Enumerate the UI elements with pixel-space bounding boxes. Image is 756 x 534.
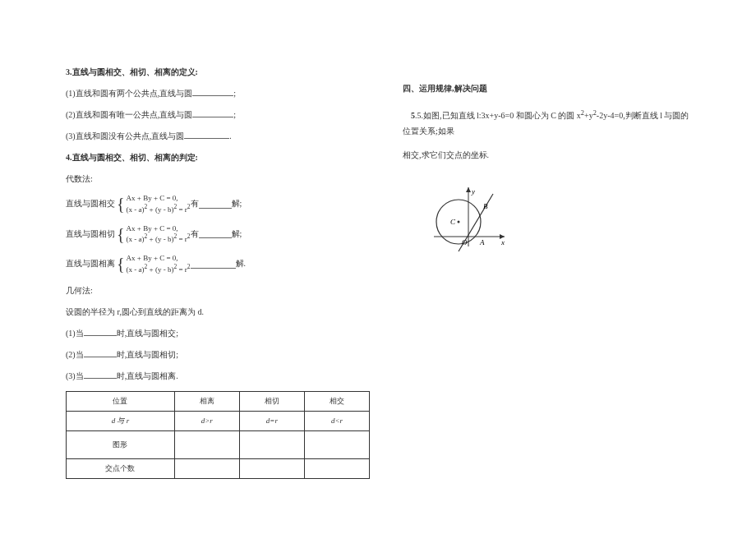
table-row: d 与 r d>r d=r d<r (67, 411, 370, 430)
q3-3-text: (3)直线和圆没有公共点,直线与圆 (66, 131, 184, 140)
row-dr: d 与 r (67, 411, 175, 430)
th-int: 相交 (304, 391, 369, 411)
cell-empty (174, 458, 239, 478)
blank (84, 348, 117, 357)
period: . (229, 131, 232, 140)
blank (184, 130, 229, 139)
th-sep: 相离 (174, 391, 239, 411)
q5-prefix: 5.如图,已知直线 l:3x+y-6=0 和圆心为 C 的圆 x (417, 111, 581, 120)
section-4-title: 四、运用规律,解决问题 (403, 82, 694, 95)
q3-item-2: (2)直线和圆有唯一公共点,直线与圆; (66, 108, 370, 122)
q3-1-text: (1)直线和圆有两个公共点,直线与圆 (66, 89, 192, 98)
blank (199, 229, 232, 238)
blank (192, 87, 233, 96)
you: 有 (191, 198, 199, 209)
blank (192, 108, 233, 117)
svg-point-6 (458, 221, 460, 223)
q3-item-3: (3)直线和圆没有公共点,直线与圆. (66, 130, 370, 143)
blank (84, 370, 117, 379)
brace-icon: { (117, 200, 125, 208)
geo-3-prefix: (3)当 (66, 371, 84, 380)
geo-1: (1)当时,直线与圆相交; (66, 327, 370, 340)
q5-diagram: y x O C A B (419, 187, 694, 261)
y-axis-label: y (471, 187, 475, 196)
system-eq: Ax + By + C = 0, (x - a)2 + (y - b)2 = r… (127, 224, 191, 245)
row-shape: 图形 (67, 430, 175, 458)
svg-marker-1 (466, 187, 471, 192)
jie-period: 解. (236, 258, 247, 269)
cell-empty (174, 430, 239, 458)
alg-intersect-prefix: 直线与圆相交 (66, 198, 115, 209)
c-int: d<r (304, 411, 369, 430)
point-b-label: B (483, 202, 488, 210)
jie: 解; (232, 228, 242, 240)
c-tan: d=r (239, 411, 304, 430)
blank (191, 260, 236, 269)
jie: 解; (232, 198, 242, 209)
center-label: C (450, 218, 456, 226)
eq1: Ax + By + C = 0, (127, 194, 178, 202)
algebraic-label: 代数法: (66, 173, 370, 186)
alg-tangent: 直线与圆相切 { Ax + By + C = 0, (x - a)2 + (y … (66, 224, 370, 245)
q3-item-1: (1)直线和圆有两个公共点,直线与圆; (66, 87, 370, 100)
geo-2: (2)当时,直线与圆相切; (66, 348, 370, 361)
table-row: 交点个数 (67, 458, 370, 478)
c-sep: d>r (174, 411, 239, 430)
origin-label: O (462, 238, 468, 246)
eq1: Ax + By + C = 0, (127, 254, 178, 262)
q4-title: 4.直线与圆相交、相切、相离的判定: (66, 151, 370, 164)
cell-empty (304, 458, 369, 478)
circle-diagram-icon: y x O C A B (419, 187, 509, 261)
q3-2-text: (2)直线和圆有唯一公共点,直线与圆 (66, 110, 192, 119)
row-count: 交点个数 (67, 458, 175, 478)
brace-icon: { (117, 230, 125, 238)
eq1: Ax + By + C = 0, (127, 224, 178, 232)
semi: ; (233, 110, 236, 119)
blank (84, 327, 117, 336)
q5-line2: 相交,求它们交点的坐标. (403, 147, 694, 163)
geometric-label: 几何法: (66, 284, 370, 297)
alg-separate: 直线与圆相离 { Ax + By + C = 0, (x - a)2 + (y … (66, 254, 370, 274)
brace-icon: { (117, 260, 125, 268)
geo-2-prefix: (2)当 (66, 350, 84, 359)
geo-1-prefix: (1)当 (66, 329, 84, 338)
eq2: (x - a)2 + (y - b)2 = r2 (127, 265, 191, 274)
blank (199, 200, 232, 209)
you: 有 (191, 228, 199, 240)
cell-empty (239, 458, 304, 478)
q5-text: 5.5.如图,已知直线 l:3x+y-6=0 和圆心为 C 的圆 x2+y2-2… (403, 107, 694, 139)
cell-empty (304, 430, 369, 458)
alg-tangent-prefix: 直线与圆相切 (66, 228, 115, 240)
q3-title: 3.直线与圆相交、相切、相离的定义: (66, 66, 370, 79)
x-axis-label: x (500, 238, 505, 246)
th-pos: 位置 (67, 391, 175, 411)
table-row: 图形 (67, 430, 370, 458)
alg-intersect: 直线与圆相交 { Ax + By + C = 0, (x - a)2 + (y … (66, 194, 370, 214)
geo-3-suffix: 时,直线与圆相离. (117, 371, 178, 380)
system-eq: Ax + By + C = 0, (x - a)2 + (y - b)2 = r… (127, 254, 191, 274)
geo-1-suffix: 时,直线与圆相交; (117, 329, 178, 338)
system-eq: Ax + By + C = 0, (x - a)2 + (y - b)2 = r… (127, 194, 191, 214)
alg-separate-prefix: 直线与圆相离 (66, 258, 115, 269)
summary-table: 位置 相离 相切 相交 d 与 r d>r d=r d<r 图形 交点个数 (66, 391, 370, 479)
geo-setup: 设圆的半径为 r,圆心到直线的距离为 d. (66, 306, 370, 319)
eq2: (x - a)2 + (y - b)2 = r2 (127, 205, 191, 214)
geo-3: (3)当时,直线与圆相离. (66, 370, 370, 383)
th-tan: 相切 (239, 391, 304, 411)
semi: ; (233, 89, 236, 98)
eq2: (x - a)2 + (y - b)2 = r2 (127, 235, 191, 243)
table-row: 位置 相离 相切 相交 (67, 391, 370, 411)
point-a-label: A (479, 238, 485, 246)
geo-2-suffix: 时,直线与圆相切; (117, 350, 178, 359)
cell-empty (239, 430, 304, 458)
